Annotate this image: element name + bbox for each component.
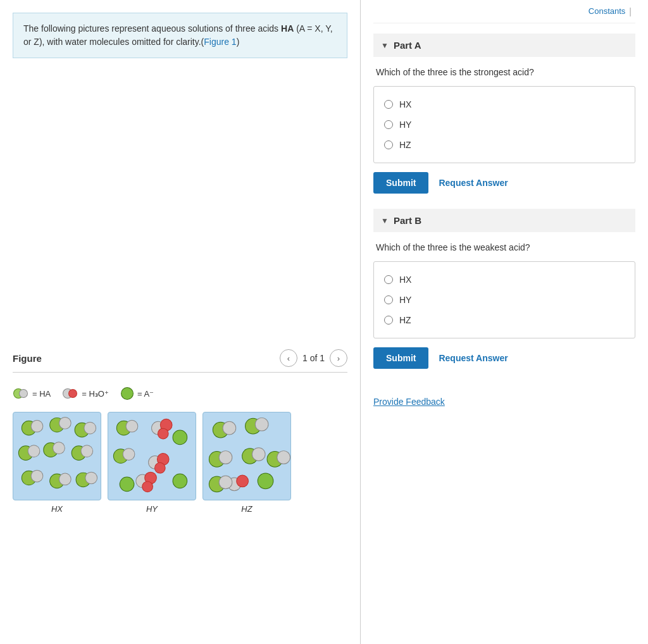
ha-icon: [13, 385, 29, 402]
figure-label: Figure: [13, 353, 42, 364]
svg-point-85: [256, 418, 268, 431]
part-a-submit-button[interactable]: Submit: [373, 172, 428, 194]
part-b-radio-hx[interactable]: [384, 275, 393, 284]
figure-next-button[interactable]: ›: [330, 349, 347, 367]
part-b-submit-button[interactable]: Submit: [373, 347, 428, 369]
figure-divider: [13, 372, 347, 373]
part-b-question: Which of the three is the weakest acid?: [373, 242, 635, 252]
h3o-icon: [62, 385, 78, 402]
right-panel: Constants | ▼ Part A Which of the three …: [361, 0, 648, 644]
hy-label: HY: [146, 504, 158, 514]
part-b-request-link[interactable]: Request Answer: [439, 353, 508, 363]
svg-point-33: [81, 445, 92, 457]
svg-point-89: [220, 451, 232, 464]
svg-point-49: [127, 421, 138, 432]
part-a-chevron: ▼: [381, 41, 389, 50]
part-b-radio-hy[interactable]: [384, 295, 393, 304]
part-b-header: ▼ Part B: [373, 209, 635, 232]
svg-point-9: [122, 388, 133, 399]
svg-point-93: [252, 448, 265, 461]
solution-hz-box: [202, 412, 291, 500]
part-a-option-hz[interactable]: HZ: [384, 135, 625, 155]
svg-point-17: [59, 418, 71, 429]
svg-point-107: [220, 476, 232, 489]
part-b-chevron: ▼: [381, 216, 389, 225]
solution-hy-box: [108, 412, 196, 500]
svg-point-77: [142, 481, 153, 492]
svg-point-59: [158, 429, 168, 439]
part-b-option-hz[interactable]: HZ: [384, 310, 625, 330]
part-b-options: HX HY HZ: [373, 261, 635, 338]
part-a-buttons: Submit Request Answer: [373, 172, 635, 194]
constants-link[interactable]: Constants: [589, 6, 626, 16]
part-b-radio-hz[interactable]: [384, 316, 393, 325]
part-b-section: ▼ Part B Which of the three is the weake…: [373, 209, 635, 369]
svg-point-25: [28, 445, 40, 457]
part-a-option-hy[interactable]: HY: [384, 115, 625, 135]
part-b-option-hy[interactable]: HY: [384, 290, 625, 310]
hz-molecules: [203, 412, 290, 500]
part-a-radio-hy[interactable]: [384, 120, 393, 129]
svg-point-13: [32, 421, 43, 432]
part-a-radio-hx[interactable]: [384, 100, 393, 109]
svg-point-53: [123, 449, 135, 460]
svg-point-69: [120, 478, 134, 492]
part-a-request-link[interactable]: Request Answer: [439, 178, 508, 188]
figure-prev-button[interactable]: ‹: [280, 349, 297, 367]
part-a-option-hx[interactable]: HX: [384, 94, 625, 115]
svg-point-71: [173, 474, 187, 488]
svg-point-37: [32, 471, 43, 482]
figure-navigation: ‹ 1 of 1 ›: [280, 349, 347, 367]
solution-hy: HY: [108, 412, 196, 514]
left-panel: The following pictures represent aqueous…: [0, 0, 361, 644]
solution-hx-box: [13, 412, 101, 500]
top-bar: Constants |: [373, 6, 635, 23]
legend-h3o: = H₃O⁺: [62, 385, 109, 402]
svg-point-3: [20, 390, 27, 397]
svg-point-103: [258, 474, 273, 489]
figure-counter: 1 of 1: [302, 353, 325, 363]
info-box: The following pictures represent aqueous…: [13, 13, 347, 58]
part-a-section: ▼ Part A Which of the three is the stron…: [373, 34, 635, 194]
info-text: The following pictures represent aqueous…: [23, 23, 333, 47]
svg-point-67: [173, 431, 187, 445]
part-b-option-hx[interactable]: HX: [384, 269, 625, 290]
svg-point-101: [237, 476, 248, 487]
a-minus-icon: [120, 387, 134, 400]
svg-point-45: [85, 473, 97, 484]
figure-link[interactable]: Figure 1: [204, 37, 236, 47]
hz-label: HZ: [241, 504, 252, 514]
svg-point-81: [223, 422, 236, 435]
solutions-row: HX: [13, 412, 347, 514]
part-a-header: ▼ Part A: [373, 34, 635, 57]
svg-point-7: [69, 390, 77, 397]
hx-label: HX: [51, 504, 63, 514]
svg-point-97: [277, 451, 290, 464]
part-a-question: Which of the three is the strongest acid…: [373, 67, 635, 77]
part-a-radio-hz[interactable]: [384, 140, 393, 149]
legend-ha: = HA: [13, 385, 51, 402]
part-a-label: Part A: [394, 40, 421, 51]
legend-a-minus: = A⁻: [120, 387, 154, 400]
svg-point-29: [53, 442, 65, 454]
part-a-options: HX HY HZ: [373, 86, 635, 163]
part-b-buttons: Submit Request Answer: [373, 347, 635, 369]
part-b-label: Part B: [394, 215, 421, 226]
feedback-link[interactable]: Provide Feedback: [373, 397, 445, 407]
hy-molecules: [108, 412, 196, 500]
solution-hz: HZ: [202, 412, 291, 514]
separator: |: [629, 6, 632, 16]
legend: = HA = H₃O⁺ = A⁻: [13, 385, 347, 402]
hx-molecules: [13, 412, 101, 500]
solution-hx: HX: [13, 412, 101, 514]
svg-point-41: [59, 474, 71, 485]
svg-point-21: [84, 423, 96, 434]
svg-point-65: [155, 463, 165, 473]
